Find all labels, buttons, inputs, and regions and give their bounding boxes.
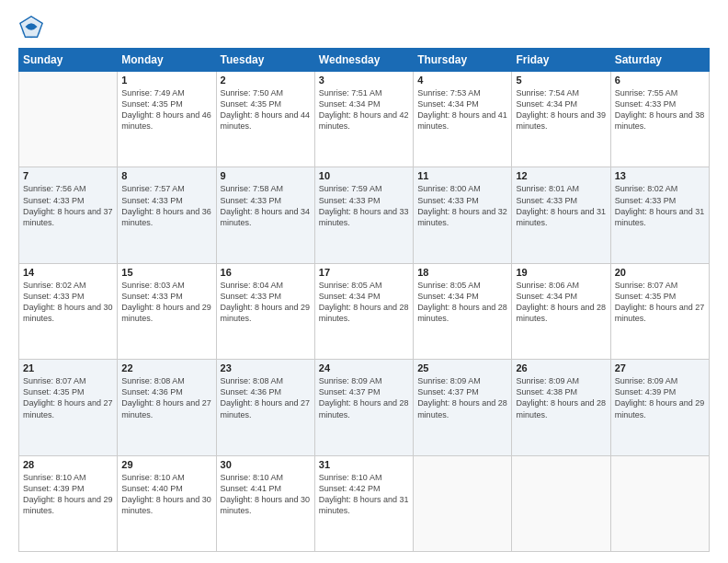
- day-number: 23: [221, 362, 311, 373]
- day-number: 13: [615, 170, 705, 181]
- calendar-week-2: 14Sunrise: 8:02 AMSunset: 4:33 PMDayligh…: [19, 263, 710, 359]
- calendar-cell: 8Sunrise: 7:57 AMSunset: 4:33 PMDaylight…: [118, 167, 216, 263]
- day-info: Sunrise: 7:53 AMSunset: 4:34 PMDaylight:…: [417, 87, 507, 132]
- day-number: 26: [516, 362, 606, 373]
- day-info: Sunrise: 8:09 AMSunset: 4:39 PMDaylight:…: [615, 375, 705, 420]
- day-number: 15: [121, 267, 211, 278]
- day-number: 28: [23, 459, 113, 470]
- day-number: 4: [417, 75, 507, 86]
- logo-icon: [18, 15, 44, 40]
- day-info: Sunrise: 8:04 AMSunset: 4:33 PMDaylight:…: [221, 280, 311, 325]
- header-row: Sunday Monday Tuesday Wednesday Thursday…: [19, 49, 710, 72]
- calendar-cell: 12Sunrise: 8:01 AMSunset: 4:33 PMDayligh…: [512, 167, 610, 263]
- day-info: Sunrise: 8:07 AMSunset: 4:35 PMDaylight:…: [615, 280, 705, 325]
- day-number: 17: [319, 267, 409, 278]
- calendar-cell: 1Sunrise: 7:49 AMSunset: 4:35 PMDaylight…: [118, 72, 216, 167]
- calendar-cell: 24Sunrise: 8:09 AMSunset: 4:37 PMDayligh…: [314, 360, 413, 455]
- day-info: Sunrise: 8:09 AMSunset: 4:37 PMDaylight:…: [417, 375, 507, 420]
- day-info: Sunrise: 7:56 AMSunset: 4:33 PMDaylight:…: [23, 183, 113, 228]
- day-info: Sunrise: 8:05 AMSunset: 4:34 PMDaylight:…: [417, 280, 507, 325]
- day-info: Sunrise: 7:57 AMSunset: 4:33 PMDaylight:…: [121, 183, 211, 228]
- calendar-cell: 7Sunrise: 7:56 AMSunset: 4:33 PMDaylight…: [19, 167, 118, 263]
- day-number: 3: [319, 75, 409, 86]
- col-wednesday: Wednesday: [314, 49, 413, 72]
- day-number: 25: [417, 362, 507, 373]
- day-number: 7: [23, 170, 113, 181]
- calendar-cell: 5Sunrise: 7:54 AMSunset: 4:34 PMDaylight…: [512, 72, 610, 167]
- calendar-cell: 4Sunrise: 7:53 AMSunset: 4:34 PMDaylight…: [414, 72, 512, 167]
- calendar-cell: 18Sunrise: 8:05 AMSunset: 4:34 PMDayligh…: [414, 263, 512, 359]
- calendar-cell: [414, 455, 512, 551]
- day-number: 14: [23, 267, 113, 278]
- day-info: Sunrise: 8:10 AMSunset: 4:39 PMDaylight:…: [23, 472, 113, 517]
- calendar-cell: 14Sunrise: 8:02 AMSunset: 4:33 PMDayligh…: [19, 263, 118, 359]
- calendar-cell: 11Sunrise: 8:00 AMSunset: 4:33 PMDayligh…: [414, 167, 512, 263]
- day-info: Sunrise: 8:00 AMSunset: 4:33 PMDaylight:…: [417, 183, 507, 228]
- day-number: 24: [319, 362, 409, 373]
- calendar-cell: 31Sunrise: 8:10 AMSunset: 4:42 PMDayligh…: [314, 455, 413, 551]
- day-info: Sunrise: 8:03 AMSunset: 4:33 PMDaylight:…: [121, 280, 211, 325]
- calendar-cell: 15Sunrise: 8:03 AMSunset: 4:33 PMDayligh…: [118, 263, 216, 359]
- day-info: Sunrise: 7:59 AMSunset: 4:33 PMDaylight:…: [319, 183, 409, 228]
- day-info: Sunrise: 7:50 AMSunset: 4:35 PMDaylight:…: [221, 87, 311, 132]
- calendar-cell: 21Sunrise: 8:07 AMSunset: 4:35 PMDayligh…: [19, 360, 118, 455]
- header: [18, 15, 710, 40]
- day-info: Sunrise: 8:06 AMSunset: 4:34 PMDaylight:…: [516, 280, 606, 325]
- day-info: Sunrise: 8:08 AMSunset: 4:36 PMDaylight:…: [121, 375, 211, 420]
- calendar-week-0: 1Sunrise: 7:49 AMSunset: 4:35 PMDaylight…: [19, 72, 710, 167]
- calendar-cell: 29Sunrise: 8:10 AMSunset: 4:40 PMDayligh…: [118, 455, 216, 551]
- calendar-cell: 13Sunrise: 8:02 AMSunset: 4:33 PMDayligh…: [610, 167, 709, 263]
- day-info: Sunrise: 8:01 AMSunset: 4:33 PMDaylight:…: [516, 183, 606, 228]
- day-number: 31: [319, 459, 409, 470]
- day-info: Sunrise: 7:54 AMSunset: 4:34 PMDaylight:…: [516, 87, 606, 132]
- day-info: Sunrise: 8:05 AMSunset: 4:34 PMDaylight:…: [319, 280, 409, 325]
- day-number: 10: [319, 170, 409, 181]
- calendar-cell: 10Sunrise: 7:59 AMSunset: 4:33 PMDayligh…: [314, 167, 413, 263]
- day-info: Sunrise: 7:58 AMSunset: 4:33 PMDaylight:…: [221, 183, 311, 228]
- calendar-week-1: 7Sunrise: 7:56 AMSunset: 4:33 PMDaylight…: [19, 167, 710, 263]
- calendar-cell: 3Sunrise: 7:51 AMSunset: 4:34 PMDaylight…: [314, 72, 413, 167]
- day-number: 2: [221, 75, 311, 86]
- col-tuesday: Tuesday: [216, 49, 314, 72]
- day-info: Sunrise: 8:10 AMSunset: 4:42 PMDaylight:…: [319, 472, 409, 517]
- calendar-cell: 6Sunrise: 7:55 AMSunset: 4:33 PMDaylight…: [610, 72, 709, 167]
- calendar-cell: 2Sunrise: 7:50 AMSunset: 4:35 PMDaylight…: [216, 72, 314, 167]
- calendar-cell: 22Sunrise: 8:08 AMSunset: 4:36 PMDayligh…: [118, 360, 216, 455]
- day-number: 1: [121, 75, 211, 86]
- calendar-cell: 19Sunrise: 8:06 AMSunset: 4:34 PMDayligh…: [512, 263, 610, 359]
- col-monday: Monday: [118, 49, 216, 72]
- day-number: 22: [121, 362, 211, 373]
- day-number: 21: [23, 362, 113, 373]
- calendar-cell: [19, 72, 118, 167]
- day-number: 11: [417, 170, 507, 181]
- day-number: 6: [615, 75, 705, 86]
- day-info: Sunrise: 8:09 AMSunset: 4:38 PMDaylight:…: [516, 375, 606, 420]
- calendar-cell: [610, 455, 709, 551]
- day-number: 5: [516, 75, 606, 86]
- col-sunday: Sunday: [19, 49, 118, 72]
- col-friday: Friday: [512, 49, 610, 72]
- calendar-cell: 9Sunrise: 7:58 AMSunset: 4:33 PMDaylight…: [216, 167, 314, 263]
- calendar-cell: 25Sunrise: 8:09 AMSunset: 4:37 PMDayligh…: [414, 360, 512, 455]
- col-thursday: Thursday: [414, 49, 512, 72]
- calendar-cell: 23Sunrise: 8:08 AMSunset: 4:36 PMDayligh…: [216, 360, 314, 455]
- day-number: 16: [221, 267, 311, 278]
- day-number: 29: [121, 459, 211, 470]
- calendar-cell: 17Sunrise: 8:05 AMSunset: 4:34 PMDayligh…: [314, 263, 413, 359]
- calendar-cell: 26Sunrise: 8:09 AMSunset: 4:38 PMDayligh…: [512, 360, 610, 455]
- col-saturday: Saturday: [610, 49, 709, 72]
- day-info: Sunrise: 8:10 AMSunset: 4:41 PMDaylight:…: [221, 472, 311, 517]
- day-info: Sunrise: 8:08 AMSunset: 4:36 PMDaylight:…: [221, 375, 311, 420]
- day-info: Sunrise: 8:02 AMSunset: 4:33 PMDaylight:…: [23, 280, 113, 325]
- day-info: Sunrise: 8:10 AMSunset: 4:40 PMDaylight:…: [121, 472, 211, 517]
- calendar-cell: 28Sunrise: 8:10 AMSunset: 4:39 PMDayligh…: [19, 455, 118, 551]
- calendar-cell: 30Sunrise: 8:10 AMSunset: 4:41 PMDayligh…: [216, 455, 314, 551]
- calendar-cell: 16Sunrise: 8:04 AMSunset: 4:33 PMDayligh…: [216, 263, 314, 359]
- calendar-header: Sunday Monday Tuesday Wednesday Thursday…: [19, 49, 710, 72]
- calendar-cell: 27Sunrise: 8:09 AMSunset: 4:39 PMDayligh…: [610, 360, 709, 455]
- logo: [18, 15, 48, 40]
- day-number: 8: [121, 170, 211, 181]
- day-info: Sunrise: 7:49 AMSunset: 4:35 PMDaylight:…: [121, 87, 211, 132]
- day-info: Sunrise: 8:09 AMSunset: 4:37 PMDaylight:…: [319, 375, 409, 420]
- calendar-week-4: 28Sunrise: 8:10 AMSunset: 4:39 PMDayligh…: [19, 455, 710, 551]
